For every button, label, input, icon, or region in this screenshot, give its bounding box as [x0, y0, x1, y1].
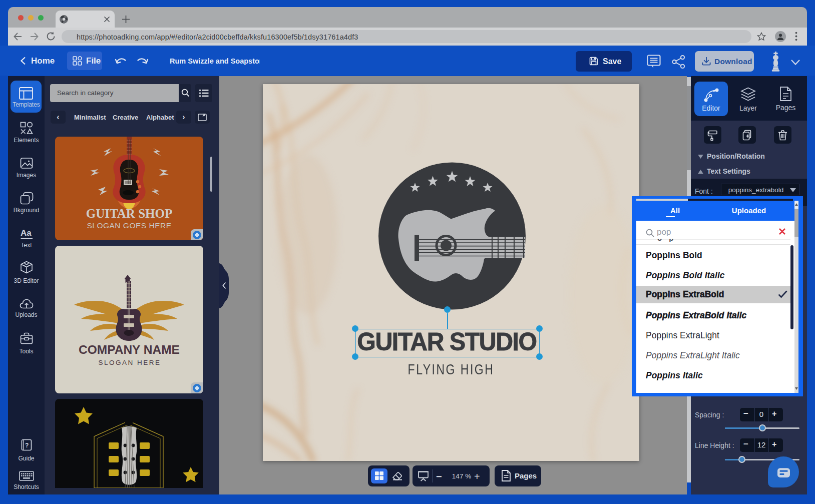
svg-text:SLOGAN HERE: SLOGAN HERE — [98, 359, 161, 366]
svg-text:GUITAR SHOP: GUITAR SHOP — [86, 207, 172, 220]
svg-text:SLOGAN GOES HERE: SLOGAN GOES HERE — [87, 221, 171, 230]
svg-text:COMPANY NAME: COMPANY NAME — [79, 343, 180, 356]
svg-text:?: ? — [25, 442, 29, 449]
svg-text:Aa: Aa — [21, 228, 32, 238]
